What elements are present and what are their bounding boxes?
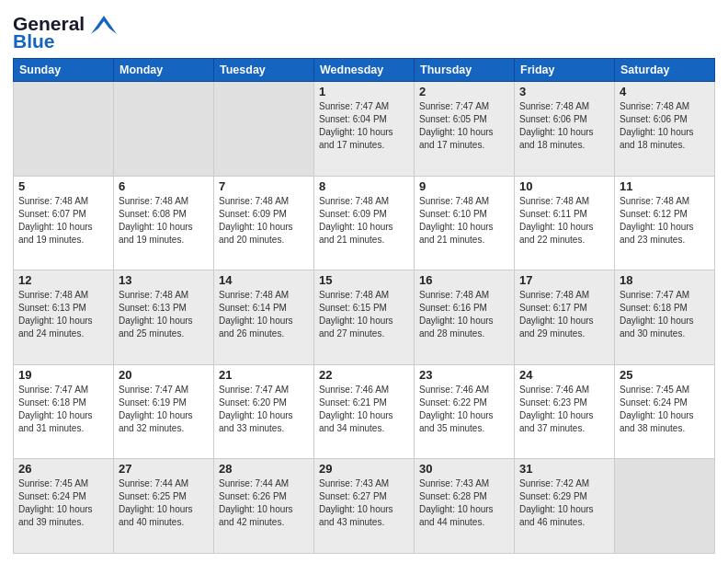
day-info: Sunrise: 7:45 AM Sunset: 6:24 PM Dayligh… — [620, 384, 710, 435]
calendar-cell: 6Sunrise: 7:48 AM Sunset: 6:08 PM Daylig… — [114, 176, 214, 270]
day-number: 16 — [419, 273, 509, 287]
day-number: 25 — [620, 368, 710, 382]
calendar-cell: 2Sunrise: 7:47 AM Sunset: 6:05 PM Daylig… — [415, 82, 515, 177]
day-info: Sunrise: 7:44 AM Sunset: 6:26 PM Dayligh… — [219, 477, 309, 529]
weekday-header-row: SundayMondayTuesdayWednesdayThursdayFrid… — [14, 59, 715, 82]
calendar-cell: 8Sunrise: 7:48 AM Sunset: 6:09 PM Daylig… — [314, 176, 415, 270]
logo-text: General Blue — [13, 13, 118, 51]
calendar-cell: 21Sunrise: 7:47 AM Sunset: 6:20 PM Dayli… — [214, 364, 314, 459]
calendar-cell: 7Sunrise: 7:48 AM Sunset: 6:09 PM Daylig… — [214, 176, 314, 270]
weekday-monday: Monday — [114, 59, 214, 82]
day-number: 12 — [18, 273, 108, 287]
day-number: 17 — [519, 273, 609, 287]
day-info: Sunrise: 7:46 AM Sunset: 6:21 PM Dayligh… — [319, 384, 409, 435]
weekday-tuesday: Tuesday — [214, 59, 314, 82]
calendar-cell: 26Sunrise: 7:45 AM Sunset: 6:24 PM Dayli… — [14, 459, 114, 554]
day-info: Sunrise: 7:48 AM Sunset: 6:11 PM Dayligh… — [519, 195, 609, 247]
calendar-cell: 24Sunrise: 7:46 AM Sunset: 6:23 PM Dayli… — [515, 364, 615, 459]
day-info: Sunrise: 7:48 AM Sunset: 6:10 PM Dayligh… — [419, 195, 509, 247]
day-number: 23 — [419, 368, 509, 382]
day-number: 7 — [219, 179, 309, 193]
day-info: Sunrise: 7:48 AM Sunset: 6:13 PM Dayligh… — [119, 289, 209, 340]
calendar-cell: 11Sunrise: 7:48 AM Sunset: 6:12 PM Dayli… — [615, 176, 715, 270]
day-number: 9 — [419, 179, 509, 193]
day-number: 8 — [319, 179, 409, 193]
weekday-sunday: Sunday — [14, 59, 114, 82]
day-info: Sunrise: 7:47 AM Sunset: 6:18 PM Dayligh… — [620, 289, 710, 340]
day-info: Sunrise: 7:46 AM Sunset: 6:23 PM Dayligh… — [519, 384, 609, 435]
calendar-cell: 10Sunrise: 7:48 AM Sunset: 6:11 PM Dayli… — [515, 176, 615, 270]
calendar-cell: 27Sunrise: 7:44 AM Sunset: 6:25 PM Dayli… — [114, 459, 214, 554]
calendar-cell — [214, 82, 314, 177]
day-number: 5 — [18, 179, 108, 193]
day-number: 20 — [119, 368, 209, 382]
calendar-cell — [14, 82, 114, 177]
day-number: 13 — [119, 273, 209, 287]
day-info: Sunrise: 7:47 AM Sunset: 6:18 PM Dayligh… — [18, 384, 108, 435]
day-number: 31 — [519, 462, 609, 476]
day-number: 21 — [219, 368, 309, 382]
day-number: 6 — [119, 179, 209, 193]
weekday-friday: Friday — [515, 59, 615, 82]
calendar-week-5: 26Sunrise: 7:45 AM Sunset: 6:24 PM Dayli… — [14, 459, 715, 554]
calendar-cell: 25Sunrise: 7:45 AM Sunset: 6:24 PM Dayli… — [615, 364, 715, 459]
day-number: 26 — [18, 462, 108, 476]
day-number: 30 — [419, 462, 509, 476]
calendar-cell: 20Sunrise: 7:47 AM Sunset: 6:19 PM Dayli… — [114, 364, 214, 459]
day-number: 29 — [319, 462, 409, 476]
day-info: Sunrise: 7:48 AM Sunset: 6:17 PM Dayligh… — [519, 289, 609, 340]
calendar-cell — [615, 459, 715, 554]
calendar-week-1: 1Sunrise: 7:47 AM Sunset: 6:04 PM Daylig… — [14, 82, 715, 177]
day-info: Sunrise: 7:45 AM Sunset: 6:24 PM Dayligh… — [18, 477, 108, 529]
calendar-cell: 14Sunrise: 7:48 AM Sunset: 6:14 PM Dayli… — [214, 270, 314, 365]
day-info: Sunrise: 7:42 AM Sunset: 6:29 PM Dayligh… — [519, 477, 609, 529]
day-info: Sunrise: 7:48 AM Sunset: 6:16 PM Dayligh… — [419, 289, 509, 340]
day-number: 2 — [419, 85, 509, 98]
calendar-cell: 12Sunrise: 7:48 AM Sunset: 6:13 PM Dayli… — [14, 270, 114, 365]
svg-marker-0 — [91, 16, 117, 34]
day-info: Sunrise: 7:48 AM Sunset: 6:09 PM Dayligh… — [319, 195, 409, 247]
day-info: Sunrise: 7:44 AM Sunset: 6:25 PM Dayligh… — [119, 477, 209, 529]
calendar-week-3: 12Sunrise: 7:48 AM Sunset: 6:13 PM Dayli… — [14, 270, 715, 365]
calendar-cell: 31Sunrise: 7:42 AM Sunset: 6:29 PM Dayli… — [515, 459, 615, 554]
day-info: Sunrise: 7:48 AM Sunset: 6:13 PM Dayligh… — [18, 289, 108, 340]
logo: General Blue — [13, 13, 118, 51]
day-number: 15 — [319, 273, 409, 287]
header: General Blue — [13, 9, 715, 51]
calendar-week-4: 19Sunrise: 7:47 AM Sunset: 6:18 PM Dayli… — [14, 364, 715, 459]
page: General Blue SundayMondayTuesdayWednesda… — [0, 0, 728, 563]
day-info: Sunrise: 7:48 AM Sunset: 6:07 PM Dayligh… — [18, 195, 108, 247]
calendar-cell: 19Sunrise: 7:47 AM Sunset: 6:18 PM Dayli… — [14, 364, 114, 459]
calendar-cell: 3Sunrise: 7:48 AM Sunset: 6:06 PM Daylig… — [515, 82, 615, 177]
calendar-week-2: 5Sunrise: 7:48 AM Sunset: 6:07 PM Daylig… — [14, 176, 715, 270]
day-number: 11 — [620, 179, 710, 193]
calendar-cell: 30Sunrise: 7:43 AM Sunset: 6:28 PM Dayli… — [415, 459, 515, 554]
calendar-cell: 5Sunrise: 7:48 AM Sunset: 6:07 PM Daylig… — [14, 176, 114, 270]
day-info: Sunrise: 7:43 AM Sunset: 6:28 PM Dayligh… — [419, 477, 509, 529]
weekday-wednesday: Wednesday — [314, 59, 415, 82]
day-info: Sunrise: 7:48 AM Sunset: 6:08 PM Dayligh… — [119, 195, 209, 247]
day-info: Sunrise: 7:48 AM Sunset: 6:06 PM Dayligh… — [519, 100, 609, 152]
calendar-cell: 15Sunrise: 7:48 AM Sunset: 6:15 PM Dayli… — [314, 270, 415, 365]
day-info: Sunrise: 7:48 AM Sunset: 6:09 PM Dayligh… — [219, 195, 309, 247]
calendar-cell: 9Sunrise: 7:48 AM Sunset: 6:10 PM Daylig… — [415, 176, 515, 270]
day-info: Sunrise: 7:47 AM Sunset: 6:19 PM Dayligh… — [119, 384, 209, 435]
day-number: 28 — [219, 462, 309, 476]
day-number: 19 — [18, 368, 108, 382]
day-number: 3 — [519, 85, 609, 98]
day-number: 10 — [519, 179, 609, 193]
calendar-cell: 1Sunrise: 7:47 AM Sunset: 6:04 PM Daylig… — [314, 82, 415, 177]
calendar-table: SundayMondayTuesdayWednesdayThursdayFrid… — [13, 58, 715, 554]
day-info: Sunrise: 7:48 AM Sunset: 6:15 PM Dayligh… — [319, 289, 409, 340]
calendar-cell: 4Sunrise: 7:48 AM Sunset: 6:06 PM Daylig… — [615, 82, 715, 177]
day-number: 1 — [319, 85, 409, 98]
calendar-cell: 28Sunrise: 7:44 AM Sunset: 6:26 PM Dayli… — [214, 459, 314, 554]
day-number: 22 — [319, 368, 409, 382]
day-number: 14 — [219, 273, 309, 287]
calendar-cell: 16Sunrise: 7:48 AM Sunset: 6:16 PM Dayli… — [415, 270, 515, 365]
weekday-thursday: Thursday — [415, 59, 515, 82]
day-info: Sunrise: 7:48 AM Sunset: 6:14 PM Dayligh… — [219, 289, 309, 340]
day-info: Sunrise: 7:47 AM Sunset: 6:20 PM Dayligh… — [219, 384, 309, 435]
day-info: Sunrise: 7:46 AM Sunset: 6:22 PM Dayligh… — [419, 384, 509, 435]
weekday-saturday: Saturday — [615, 59, 715, 82]
